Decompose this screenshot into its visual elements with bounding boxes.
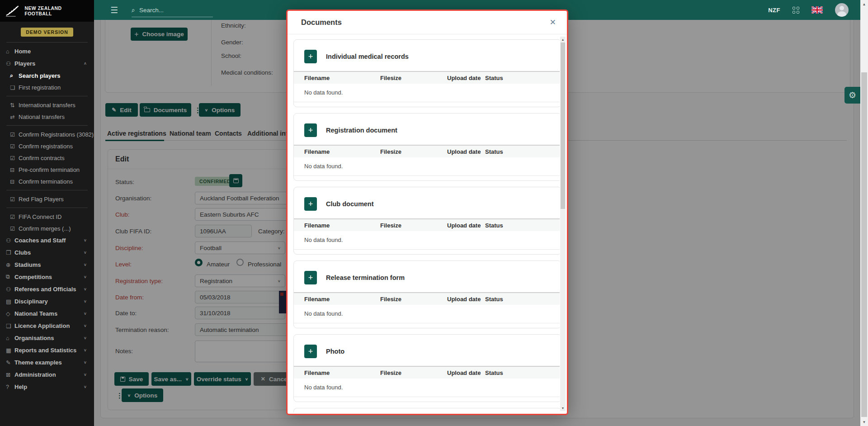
modal-scroll-up-arrow[interactable]: ▲ <box>560 38 566 41</box>
apps-grid-icon[interactable] <box>793 7 799 14</box>
check-square-icon: ☑ <box>10 143 19 150</box>
sidebar-item-administration[interactable]: ⊠Administration∨ <box>0 369 94 381</box>
sidebar-item-coaches-and-staff[interactable]: ⚇Coaches and Staff∨ <box>0 234 94 246</box>
sidebar-item-clubs[interactable]: ❒Clubs∨ <box>0 246 94 259</box>
club-icon: ❒ <box>6 249 14 256</box>
transfers-vertical-icon: ⇅ <box>10 102 19 109</box>
sidebar-item-players[interactable]: ⚇Players∧ <box>0 57 94 70</box>
modal-close-icon[interactable]: ✕ <box>550 18 556 27</box>
column-header-filename: Filename <box>304 222 380 229</box>
sidebar-item-reports-and-statistics[interactable]: ▦Reports and Statistics∨ <box>0 344 94 356</box>
add-photo-button[interactable]: + <box>304 345 317 358</box>
sidebar-item-referees-and-officials[interactable]: ⚇Referees and Officials∨ <box>0 283 94 295</box>
no-data-text: No data found. <box>294 157 560 170</box>
column-header-filesize: Filesize <box>380 75 447 81</box>
hamburger-menu-icon[interactable]: ☰ <box>110 5 118 15</box>
briefcase-icon: ▤ <box>6 298 14 305</box>
brand-title: NEW ZEALAND FOOTBALL <box>24 5 90 16</box>
documents-modal: Documents ✕ +Individual medical recordsF… <box>286 9 568 415</box>
check-square-icon: ☑ <box>10 131 19 138</box>
add-release-termination-form-button[interactable]: + <box>304 271 317 284</box>
no-data-text: No data found. <box>294 231 560 243</box>
check-square-icon: ☑ <box>10 155 19 161</box>
column-header-filesize: Filesize <box>380 296 447 303</box>
sidebar-item-label: Reports and Statistics <box>14 347 76 354</box>
org-code-link[interactable]: NZF <box>768 7 780 14</box>
document-section-photo: +PhotoFilenameFilesizeUpload dateStatusN… <box>293 334 560 402</box>
page-scrollbar-thumb[interactable] <box>861 72 867 417</box>
document-table-header: FilenameFilesizeUpload dateStatus <box>294 145 560 157</box>
sidebar-item-national-teams[interactable]: ◇National Teams∨ <box>0 308 94 320</box>
add-individual-medical-records-button[interactable]: + <box>304 50 317 63</box>
sidebar-item-search-players[interactable]: ⌕Search players <box>0 70 94 81</box>
language-flag-icon[interactable] <box>811 6 823 14</box>
divider <box>6 190 88 190</box>
sidebar-item-confirm-registrations-3082[interactable]: ☑Confirm Registrations (3082) <box>0 128 94 140</box>
modal-body: +Individual medical recordsFilenameFiles… <box>288 35 560 412</box>
column-header-filename: Filename <box>304 296 380 303</box>
modal-scroll-down-arrow[interactable]: ▼ <box>560 407 566 410</box>
sidebar-item-organisations[interactable]: ⌂Organisations∨ <box>0 332 94 344</box>
sidebar-item-label: Players <box>14 60 35 67</box>
trash-icon: ⊟ <box>10 166 19 173</box>
user-avatar[interactable] <box>835 3 849 17</box>
sidebar-item-first-registration[interactable]: ❏First registration <box>0 81 94 93</box>
sidebar-item-label: Disciplinary <box>14 298 48 305</box>
add-registration-document-button[interactable]: + <box>304 123 317 137</box>
add-club-document-button[interactable]: + <box>304 197 317 211</box>
gear-icon: ⚙ <box>849 90 856 100</box>
sidebar-item-label: Stadiums <box>14 261 41 268</box>
document-section-title: Photo <box>326 348 344 355</box>
chevron-down-icon: ∨ <box>84 312 87 316</box>
sidebar-item-national-transfers[interactable]: ⇄National transfers <box>0 111 94 123</box>
chevron-down-icon: ∨ <box>84 373 87 377</box>
chevron-down-icon: ∨ <box>84 324 87 328</box>
chevron-down-icon: ∨ <box>84 385 87 389</box>
sidebar-item-label: First registration <box>19 84 61 91</box>
search-icon: ⌕ <box>132 6 135 14</box>
scroll-down-arrow[interactable]: ▼ <box>860 420 868 424</box>
players-icon: ⚇ <box>6 60 14 67</box>
chevron-down-icon: ∨ <box>84 263 87 267</box>
divider <box>6 125 88 126</box>
sidebar-item-red-flag-players[interactable]: ☑Red Flag Players <box>0 193 94 205</box>
sidebar-item-confirm-registrations[interactable]: ☑Confirm registrations <box>0 140 94 152</box>
modal-scrollbar-thumb[interactable] <box>561 43 565 209</box>
sidebar-item-help[interactable]: ?Help∨ <box>0 381 94 393</box>
sidebar-item-disciplinary[interactable]: ▤Disciplinary∨ <box>0 295 94 308</box>
divider <box>294 102 560 102</box>
sidebar-item-competitions[interactable]: ⧉Competitions∨ <box>0 271 94 283</box>
column-header-upload-date: Upload date <box>447 75 485 81</box>
chevron-down-icon: ∨ <box>84 287 87 291</box>
sidebar-item-label: Confirm contracts <box>19 155 65 161</box>
sidebar-item-international-transfers[interactable]: ⇅International transfers <box>0 99 94 111</box>
column-header-upload-date: Upload date <box>447 148 485 155</box>
sidebar-item-licence-application[interactable]: ❑Licence Application∨ <box>0 320 94 332</box>
people-icon: ⚇ <box>6 286 14 293</box>
chevron-down-icon: ∨ <box>84 336 87 340</box>
divider <box>6 96 88 96</box>
column-header-status: Status <box>485 148 503 155</box>
sidebar-item-confirm-merges[interactable]: ☑Confirm merges (...) <box>0 222 94 234</box>
no-data-text: No data found. <box>294 305 560 317</box>
chevron-down-icon: ∨ <box>84 348 87 352</box>
column-header-upload-date: Upload date <box>447 369 485 376</box>
document-table-header: FilenameFilesizeUpload dateStatus <box>294 218 560 231</box>
sidebar-item-confirm-contracts[interactable]: ☑Confirm contracts <box>0 152 94 164</box>
sidebar-item-pre-confirm-termination[interactable]: ⊟Pre-confirm termination <box>0 164 94 175</box>
search-input[interactable]: ⌕ Search... <box>132 6 213 17</box>
document-section-registration-document: +Registration documentFilenameFilesizeUp… <box>293 113 560 181</box>
sidebar-item-confirm-terminations[interactable]: ⊟Confirm terminations <box>0 175 94 187</box>
check-square-icon: ☑ <box>10 213 19 220</box>
brand-bar: NEW ZEALAND FOOTBALL <box>0 0 94 22</box>
sidebar-item-label: Administration <box>14 371 56 378</box>
document-section-individual-medical-records: +Individual medical recordsFilenameFiles… <box>293 39 560 107</box>
lock-icon: ⊠ <box>6 371 14 378</box>
settings-gear-button[interactable]: ⚙ <box>844 87 860 104</box>
sidebar-item-stadiums[interactable]: ⊕Stadiums∨ <box>0 259 94 271</box>
sidebar-item-home[interactable]: ⌂Home <box>0 45 94 57</box>
sidebar-item-label: Confirm registrations <box>19 143 73 150</box>
sidebar-item-fifa-connect-id[interactable]: ☑FIFA Connect ID <box>0 211 94 222</box>
sidebar-item-theme-examples[interactable]: ✎Theme examples∨ <box>0 356 94 369</box>
scroll-up-arrow[interactable]: ▲ <box>860 2 868 6</box>
